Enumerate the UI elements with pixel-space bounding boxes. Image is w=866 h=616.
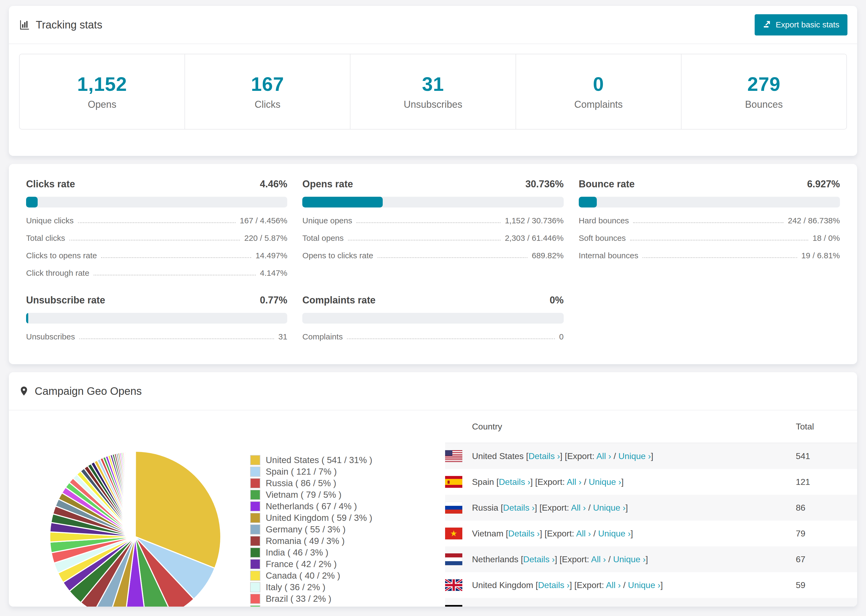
rate-title-row: Unsubscribe rate0.77% (26, 295, 287, 306)
export-all-link[interactable]: All › (571, 503, 586, 512)
page: { "accent": "#0089a3", "link_color": "#1… (0, 0, 866, 616)
details-link[interactable]: Details › (499, 477, 531, 487)
rate-detail-row: Total clicks220 / 5.87% (26, 234, 287, 242)
map-pin-icon (19, 385, 29, 397)
legend-swatch (250, 536, 260, 546)
legend-swatch (250, 594, 260, 604)
export-unique-link[interactable]: Unique › (602, 606, 635, 607)
stat-card: 279Bounces (682, 54, 846, 129)
rate-detail-row: Hard bounces242 / 86.738% (579, 216, 840, 225)
legend-swatch (250, 513, 260, 523)
export-button-label: Export basic stats (776, 20, 839, 29)
legend-item: South Africa ( 29 / 2% ) (250, 606, 372, 607)
total-column-header: Total (796, 422, 857, 432)
rate-detail-row: Internal bounces19 / 6.81% (579, 251, 840, 260)
details-link[interactable]: Details › (523, 555, 554, 564)
geo-pie-chart (44, 445, 227, 607)
rate-block: Complaints rate0%Complaints0 (302, 295, 564, 341)
country-name: Germany (472, 606, 507, 607)
table-row: United Kingdom [Details ›] [Export: All … (445, 572, 857, 598)
tracking-stats-card: Tracking stats Export basic stats 1,152O… (9, 6, 857, 156)
export-all-link[interactable]: All › (606, 580, 621, 590)
section-title: Campaign Geo Opens (35, 385, 142, 397)
country-cell: Vietnam [Details ›] [Export: All › / Uni… (472, 529, 796, 539)
export-unique-link[interactable]: Unique › (618, 451, 651, 461)
rate-detail-label: Internal bounces (579, 251, 638, 260)
legend-item: United Kingdom ( 59 / 3% ) (250, 513, 372, 522)
country-name: United States (472, 451, 524, 461)
country-cell: United Kingdom [Details ›] [Export: All … (472, 580, 796, 590)
us-flag-icon (445, 450, 462, 462)
stat-value: 279 (747, 73, 781, 95)
rate-detail-row: Unique opens1,152 / 30.736% (302, 216, 564, 225)
legend-swatch (250, 605, 260, 607)
export-unique-link[interactable]: Unique › (613, 555, 646, 564)
legend-swatch (250, 547, 260, 558)
legend-swatch (250, 467, 260, 477)
rate-detail-row: Complaints0 (302, 332, 564, 341)
us-canton (445, 450, 452, 456)
rates-grid: Clicks rate4.46%Unique clicks167 / 4.456… (9, 164, 857, 341)
rate-detail-value: 242 / 86.738% (788, 216, 840, 225)
legend-item: Vietnam ( 79 / 5% ) (250, 490, 372, 499)
rate-detail-label: Unsubscribes (26, 332, 75, 341)
dotted-leader (378, 257, 527, 258)
total-cell: 55 (796, 606, 857, 607)
export-unique-link[interactable]: Unique › (628, 580, 661, 590)
legend-item: Spain ( 121 / 7% ) (250, 467, 372, 476)
legend-item: Russia ( 86 / 5% ) (250, 479, 372, 487)
total-cell: 59 (796, 580, 857, 590)
rate-detail-row: Unique clicks167 / 4.456% (26, 216, 287, 225)
rate-detail-value: 0 (559, 332, 564, 341)
country-cell: Netherlands [Details ›] [Export: All › /… (472, 555, 796, 564)
rate-detail-label: Hard bounces (579, 216, 629, 225)
rate-block: Bounce rate6.927%Hard bounces242 / 86.73… (579, 178, 840, 277)
rate-detail-label: Opens to clicks rate (302, 251, 373, 260)
gb-flag-icon (445, 579, 462, 591)
stat-value: 167 (251, 73, 284, 95)
dotted-leader (78, 222, 236, 223)
legend-item: France ( 42 / 2% ) (250, 559, 372, 569)
dotted-leader (79, 338, 274, 339)
legend-item: India ( 46 / 3% ) (250, 548, 372, 557)
tracking-stats-header: Tracking stats Export basic stats (9, 6, 857, 44)
progress-fill (26, 197, 38, 207)
nl-flag-icon (445, 553, 462, 565)
stat-label: Opens (88, 99, 117, 110)
details-link[interactable]: Details › (538, 580, 569, 590)
dotted-leader (69, 240, 240, 240)
rate-value: 30.736% (526, 178, 564, 190)
vn-flag-icon: ★ (445, 528, 462, 539)
export-basic-stats-button[interactable]: Export basic stats (755, 14, 847, 36)
export-all-link[interactable]: All › (580, 606, 595, 607)
export-all-link[interactable]: All › (596, 451, 611, 461)
rate-detail-row: Opens to clicks rate689.82% (302, 251, 564, 260)
table-row: Germany [Details ›] [Export: All › / Uni… (445, 598, 857, 607)
stat-value: 0 (593, 73, 604, 95)
progress-fill (26, 313, 28, 324)
export-unique-link[interactable]: Unique › (589, 477, 621, 487)
legend-swatch (250, 501, 260, 511)
export-all-link[interactable]: All › (567, 477, 581, 487)
details-link[interactable]: Details › (508, 529, 540, 538)
total-cell: 121 (796, 477, 857, 487)
rate-detail-value: 31 (279, 332, 287, 341)
legend-swatch (250, 490, 260, 500)
campaign-geo-opens-card: Campaign Geo Opens United States ( 541 /… (9, 372, 857, 607)
export-all-link[interactable]: All › (576, 529, 591, 538)
legend-item: Italy ( 36 / 2% ) (250, 583, 372, 592)
rate-detail-row: Unsubscribes31 (26, 332, 287, 341)
geo-title-wrap: Campaign Geo Opens (19, 385, 142, 397)
export-unique-link[interactable]: Unique › (598, 529, 631, 538)
tracking-stats-title: Tracking stats (19, 19, 102, 31)
dotted-leader (94, 275, 255, 275)
export-unique-link[interactable]: Unique › (593, 503, 625, 512)
country-cell: Spain [Details ›] [Export: All › / Uniqu… (472, 477, 796, 487)
rate-value: 0% (550, 295, 564, 306)
vn-star: ★ (450, 530, 457, 537)
rate-title-row: Clicks rate4.46% (26, 178, 287, 190)
details-link[interactable]: Details › (529, 451, 560, 461)
details-link[interactable]: Details › (512, 606, 543, 607)
details-link[interactable]: Details › (503, 503, 535, 512)
export-all-link[interactable]: All › (591, 555, 606, 564)
